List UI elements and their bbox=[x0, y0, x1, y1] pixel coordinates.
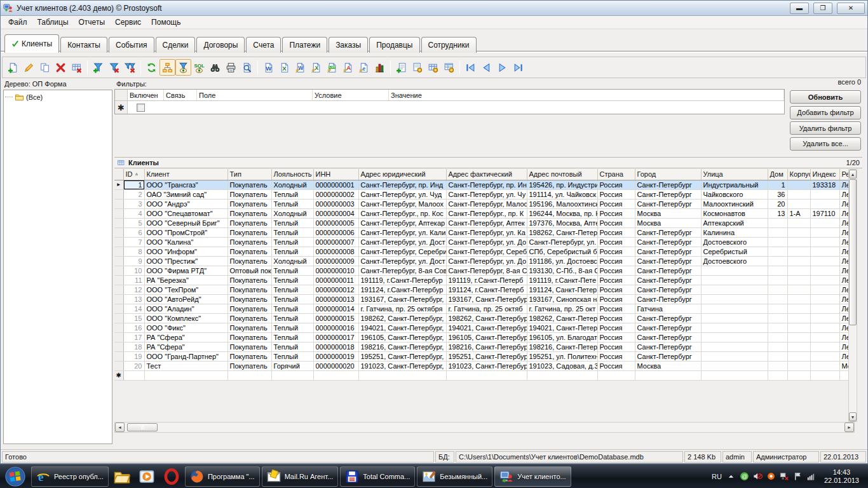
cell[interactable] bbox=[701, 266, 768, 275]
cell[interactable] bbox=[787, 304, 810, 313]
sql-view-button[interactable]: SQL bbox=[191, 59, 207, 76]
cell[interactable] bbox=[810, 237, 839, 247]
cell[interactable] bbox=[635, 370, 701, 380]
cell[interactable]: Покупатель bbox=[227, 237, 271, 247]
cell[interactable]: Санкт-Петербург bbox=[635, 189, 701, 199]
cell[interactable] bbox=[768, 237, 787, 247]
table-row[interactable]: 5ООО "Северный Бриг"ПокупательТеплый0000… bbox=[114, 218, 855, 227]
cell[interactable]: 0000000019 bbox=[313, 351, 358, 361]
cell[interactable] bbox=[787, 247, 810, 256]
tab-sellers[interactable]: Продавцы bbox=[369, 37, 419, 53]
cell[interactable] bbox=[810, 294, 839, 304]
remove-filter-button[interactable]: Удалить фильтр bbox=[790, 121, 861, 135]
column-header-4[interactable]: ИНН bbox=[313, 169, 358, 180]
cell[interactable] bbox=[810, 351, 839, 361]
column-header-3[interactable]: Лояльность bbox=[271, 169, 313, 180]
cell[interactable]: 193167, Синопская на bbox=[527, 294, 597, 304]
cell[interactable]: 0000000015 bbox=[313, 313, 358, 323]
cell[interactable]: 0000000005 bbox=[313, 218, 358, 227]
add-record-button[interactable] bbox=[5, 59, 21, 76]
cell[interactable]: Чайковского bbox=[701, 189, 768, 199]
cell[interactable]: Холодный bbox=[271, 256, 313, 266]
cell[interactable]: 197376, Москва, Апте bbox=[527, 218, 597, 227]
cell[interactable]: Санкт-Петербург bbox=[635, 275, 701, 285]
cell[interactable]: Санкт-Петербург., пр. К bbox=[446, 208, 527, 218]
cell[interactable] bbox=[768, 351, 787, 361]
cell[interactable]: 195426, пр. Индустри bbox=[527, 180, 597, 189]
cell[interactable] bbox=[701, 294, 768, 304]
tree-node-all[interactable]: (Все) bbox=[4, 90, 112, 102]
cell[interactable] bbox=[810, 275, 839, 285]
minimize-button[interactable]: ▬ bbox=[790, 3, 809, 14]
cell[interactable]: Санкт-Петербург bbox=[635, 323, 701, 332]
cell[interactable] bbox=[768, 256, 787, 266]
cell[interactable]: 191023, Санкт-Петербур bbox=[446, 361, 527, 370]
print-preview-button[interactable] bbox=[239, 59, 255, 76]
cell[interactable]: 2 bbox=[123, 189, 144, 199]
cell[interactable]: Санкт-Петербург, Сереб bbox=[446, 247, 527, 256]
cell[interactable] bbox=[768, 342, 787, 351]
cell[interactable]: ООО "Информ" bbox=[144, 247, 227, 256]
cell[interactable] bbox=[810, 323, 839, 332]
cell[interactable]: Россия bbox=[597, 313, 635, 323]
cell[interactable]: Гатчина bbox=[635, 304, 701, 313]
export-html-button[interactable]: e bbox=[356, 59, 372, 76]
column-header-10[interactable]: Улица bbox=[701, 169, 768, 180]
cell[interactable] bbox=[768, 323, 787, 332]
cell[interactable]: 0000000004 bbox=[313, 208, 358, 218]
table-row[interactable]: ►1ООО "Трансгаз"ПокупательХолодный000000… bbox=[114, 180, 855, 189]
cell[interactable]: 198216, Санкт-Петербург, bbox=[358, 342, 446, 351]
start-button[interactable] bbox=[1, 465, 29, 488]
tab-invoices[interactable]: Счета bbox=[246, 37, 281, 53]
cell[interactable] bbox=[768, 370, 787, 380]
cell[interactable]: Теплый bbox=[271, 342, 313, 351]
at-icon[interactable]: @ bbox=[740, 471, 749, 481]
export-excel-button[interactable]: X bbox=[276, 59, 292, 76]
cell[interactable]: Горячий bbox=[271, 361, 313, 370]
cell[interactable] bbox=[446, 370, 527, 380]
taskbar-item-firefox[interactable]: Программа "... bbox=[185, 466, 260, 487]
word-template-button[interactable]: W bbox=[292, 59, 308, 76]
cell[interactable]: Калинина bbox=[701, 227, 768, 237]
cell[interactable]: Покупатель bbox=[227, 304, 271, 313]
cell[interactable]: 191124, г.Санкт-Петербур bbox=[358, 285, 446, 294]
cell[interactable]: Покупатель bbox=[227, 208, 271, 218]
cell[interactable]: Санкт-Петербург, ул. Дост bbox=[358, 256, 446, 266]
cell[interactable] bbox=[787, 332, 810, 342]
cell[interactable]: 0000000003 bbox=[313, 199, 358, 208]
cell[interactable]: Оптовый покупатель bbox=[227, 266, 271, 275]
cell[interactable]: Покупатель bbox=[227, 275, 271, 285]
cell[interactable]: 18 bbox=[123, 342, 144, 351]
cell[interactable]: Россия bbox=[597, 256, 635, 266]
column-header-2[interactable]: Тип bbox=[227, 169, 271, 180]
cell[interactable]: 193167, Санкт-Петербур bbox=[446, 294, 527, 304]
cell[interactable]: 191119, г.Санкт-Пете bbox=[527, 275, 597, 285]
tab-payments[interactable]: Платежи bbox=[282, 37, 327, 53]
scroll-left-arrow[interactable]: ◄ bbox=[115, 423, 125, 432]
cell[interactable]: 36 bbox=[768, 189, 787, 199]
tab-events[interactable]: События bbox=[109, 37, 154, 53]
cell[interactable]: 0000000001 bbox=[313, 180, 358, 189]
cell[interactable]: 191023, Санкт-Петербург, bbox=[358, 361, 446, 370]
cell[interactable] bbox=[701, 342, 768, 351]
column-header-6[interactable]: Адрес фактический bbox=[446, 169, 527, 180]
clock[interactable]: 14:43 22.01.2013 bbox=[820, 468, 863, 485]
cell[interactable] bbox=[123, 370, 144, 380]
cell[interactable]: Теплый bbox=[271, 237, 313, 247]
export-csv-button[interactable]: CSV bbox=[324, 59, 340, 76]
cell[interactable] bbox=[810, 313, 839, 323]
remove-all-filters-button[interactable]: Удалить все... bbox=[790, 137, 861, 151]
view-settings-button[interactable] bbox=[441, 59, 457, 76]
cell[interactable]: ООО "Гранд-Партнер" bbox=[144, 351, 227, 361]
nav-last-button[interactable] bbox=[510, 59, 526, 76]
cell[interactable]: Санкт-Петербург, ул. Чуд bbox=[358, 189, 446, 199]
cell[interactable] bbox=[701, 323, 768, 332]
cell[interactable] bbox=[787, 323, 810, 332]
cell[interactable]: Санкт-Петербург, ул. Ка bbox=[446, 227, 527, 237]
cell[interactable]: Россия bbox=[597, 218, 635, 227]
cell[interactable]: Покупатель bbox=[227, 323, 271, 332]
cell[interactable]: 196105, Санкт-Петербур bbox=[446, 332, 527, 342]
cell[interactable]: 9 bbox=[123, 256, 144, 266]
table-row[interactable]: 17РА "Сфера"ПокупательТеплый000000001719… bbox=[114, 332, 855, 342]
table-row[interactable]: 12ООО "ТехПром"ПокупательТеплый000000001… bbox=[114, 285, 855, 294]
